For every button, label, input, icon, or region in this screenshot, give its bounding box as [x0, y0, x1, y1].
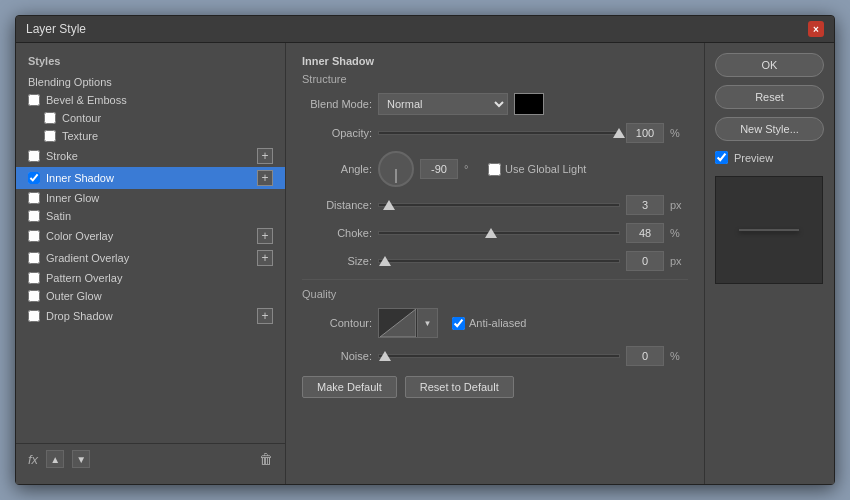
new-style-button[interactable]: New Style... — [715, 117, 824, 141]
opacity-slider-track[interactable] — [378, 131, 620, 135]
anti-aliased-checkbox[interactable] — [452, 317, 465, 330]
blend-mode-select[interactable]: Normal Multiply Screen — [378, 93, 508, 115]
choke-label: Choke: — [302, 227, 372, 239]
sidebar-item-bevel-emboss[interactable]: Bevel & Emboss — [16, 91, 285, 109]
contour-curve-icon — [380, 309, 416, 337]
distance-input[interactable] — [626, 195, 664, 215]
right-panel: OK Reset New Style... Preview — [704, 43, 834, 484]
anti-aliased-label[interactable]: Anti-aliased — [452, 317, 526, 330]
move-up-button[interactable]: ▲ — [46, 450, 64, 468]
distance-slider-track[interactable] — [378, 203, 620, 207]
satin-checkbox[interactable] — [28, 210, 40, 222]
contour-dropdown-button[interactable]: ▼ — [418, 308, 438, 338]
noise-input[interactable] — [626, 346, 664, 366]
color-overlay-plus-button[interactable]: + — [257, 228, 273, 244]
close-button[interactable]: × — [808, 21, 824, 37]
noise-unit: % — [670, 350, 688, 362]
sidebar-item-drop-shadow[interactable]: Drop Shadow + — [16, 305, 285, 327]
gradient-overlay-label: Gradient Overlay — [46, 252, 257, 264]
opacity-input[interactable] — [626, 123, 664, 143]
contour-label: Contour — [62, 112, 273, 124]
texture-label: Texture — [62, 130, 273, 142]
fx-button[interactable]: fx — [28, 452, 38, 467]
texture-checkbox[interactable] — [44, 130, 56, 142]
choke-input[interactable] — [626, 223, 664, 243]
drop-shadow-plus-button[interactable]: + — [257, 308, 273, 324]
stroke-plus-button[interactable]: + — [257, 148, 273, 164]
sidebar-item-texture[interactable]: Texture — [16, 127, 285, 145]
color-overlay-checkbox[interactable] — [28, 230, 40, 242]
use-global-light-text: Use Global Light — [505, 163, 586, 175]
drop-shadow-checkbox[interactable] — [28, 310, 40, 322]
noise-slider-container — [378, 348, 620, 364]
anti-aliased-text: Anti-aliased — [469, 317, 526, 329]
use-global-light-checkbox[interactable] — [488, 163, 501, 176]
move-down-button[interactable]: ▼ — [72, 450, 90, 468]
angle-input[interactable] — [420, 159, 458, 179]
styles-section-title: Styles — [16, 53, 285, 73]
reset-to-default-button[interactable]: Reset to Default — [405, 376, 514, 398]
delete-button[interactable]: 🗑 — [259, 451, 273, 467]
sidebar-item-outer-glow[interactable]: Outer Glow — [16, 287, 285, 305]
sidebar-item-satin[interactable]: Satin — [16, 207, 285, 225]
choke-slider-thumb[interactable] — [485, 228, 497, 238]
size-slider-track[interactable] — [378, 259, 620, 263]
noise-slider-track[interactable] — [378, 354, 620, 358]
preview-label[interactable]: Preview — [715, 151, 824, 164]
size-input[interactable] — [626, 251, 664, 271]
make-default-button[interactable]: Make Default — [302, 376, 397, 398]
sidebar-item-blending-options[interactable]: Blending Options — [16, 73, 285, 91]
pattern-overlay-checkbox[interactable] — [28, 272, 40, 284]
size-slider-thumb[interactable] — [379, 256, 391, 266]
sidebar-item-inner-shadow[interactable]: Inner Shadow + — [16, 167, 285, 189]
contour-checkbox[interactable] — [44, 112, 56, 124]
satin-label: Satin — [46, 210, 273, 222]
distance-slider-thumb[interactable] — [383, 200, 395, 210]
choke-slider-track[interactable] — [378, 231, 620, 235]
center-panel: Inner Shadow Structure Blend Mode: Norma… — [286, 43, 704, 484]
angle-label: Angle: — [302, 163, 372, 175]
size-row: Size: px — [302, 251, 688, 271]
size-unit: px — [670, 255, 688, 267]
left-panel: Styles Blending Options Bevel & Emboss C… — [16, 43, 286, 484]
dialog-body: Styles Blending Options Bevel & Emboss C… — [16, 43, 834, 484]
contour-selector: ▼ — [378, 308, 438, 338]
sidebar-item-stroke[interactable]: Stroke + — [16, 145, 285, 167]
color-overlay-label: Color Overlay — [46, 230, 257, 242]
outer-glow-label: Outer Glow — [46, 290, 273, 302]
outer-glow-checkbox[interactable] — [28, 290, 40, 302]
inner-glow-label: Inner Glow — [46, 192, 273, 204]
ok-button[interactable]: OK — [715, 53, 824, 77]
sidebar-item-gradient-overlay[interactable]: Gradient Overlay + — [16, 247, 285, 269]
inner-glow-checkbox[interactable] — [28, 192, 40, 204]
sidebar-item-contour[interactable]: Contour — [16, 109, 285, 127]
opacity-slider-thumb[interactable] — [613, 128, 625, 138]
choke-row: Choke: % — [302, 223, 688, 243]
opacity-slider-container — [378, 125, 620, 141]
angle-needle — [396, 169, 397, 183]
left-footer: fx ▲ ▼ 🗑 — [16, 443, 285, 474]
structure-title: Structure — [302, 73, 688, 85]
sidebar-item-inner-glow[interactable]: Inner Glow — [16, 189, 285, 207]
noise-slider-thumb[interactable] — [379, 351, 391, 361]
distance-slider-container — [378, 197, 620, 213]
angle-dial[interactable] — [378, 151, 414, 187]
inner-shadow-checkbox[interactable] — [28, 172, 40, 184]
inner-shadow-plus-button[interactable]: + — [257, 170, 273, 186]
reset-button[interactable]: Reset — [715, 85, 824, 109]
noise-label: Noise: — [302, 350, 372, 362]
sidebar-item-pattern-overlay[interactable]: Pattern Overlay — [16, 269, 285, 287]
use-global-light-label[interactable]: Use Global Light — [488, 163, 586, 176]
contour-preview[interactable] — [378, 308, 418, 338]
opacity-unit: % — [670, 127, 688, 139]
gradient-overlay-plus-button[interactable]: + — [257, 250, 273, 266]
color-swatch[interactable] — [514, 93, 544, 115]
preview-line — [739, 229, 799, 231]
choke-slider-container — [378, 225, 620, 241]
preview-checkbox[interactable] — [715, 151, 728, 164]
sidebar-item-color-overlay[interactable]: Color Overlay + — [16, 225, 285, 247]
stroke-checkbox[interactable] — [28, 150, 40, 162]
bevel-emboss-checkbox[interactable] — [28, 94, 40, 106]
distance-unit: px — [670, 199, 688, 211]
gradient-overlay-checkbox[interactable] — [28, 252, 40, 264]
